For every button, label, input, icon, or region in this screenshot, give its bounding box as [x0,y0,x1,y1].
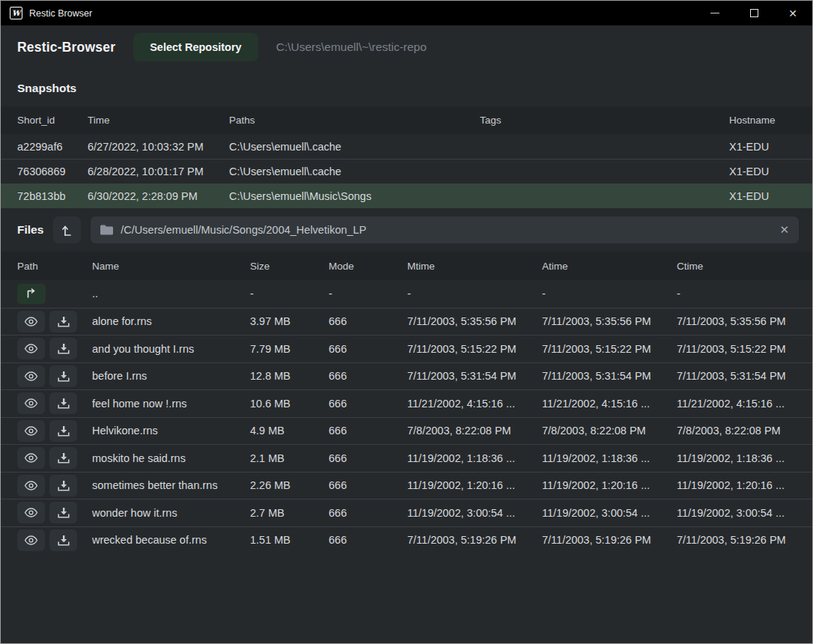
cell-mtime: 7/11/2003, 5:15:22 PM [407,335,542,362]
cell-mode: 666 [329,473,407,499]
preview-file-button[interactable] [17,420,45,442]
download-file-button[interactable] [49,365,77,387]
cell-size: 1.51 MB [250,527,329,554]
snapshots-table: a2299af66/27/2022, 10:03:32 PMC:\Users\e… [1,134,812,208]
cell-mode: 666 [329,309,407,335]
preview-file-button[interactable] [17,502,45,523]
cell-mode: 666 [329,527,407,554]
preview-file-button[interactable] [17,311,45,332]
cell-path [17,445,92,472]
cell-name: wonder how it.rns [92,499,250,526]
download-file-button[interactable] [49,392,77,414]
cell-mode: 666 [329,363,407,390]
file-row: before I.rns12.8 MB6667/11/2003, 5:31:54… [1,362,812,390]
preview-file-button[interactable] [17,529,45,551]
snapshots-title: Snapshots [1,69,812,106]
cell-name: moskito he said.rns [92,445,250,472]
cell-mode: 666 [329,418,407,445]
snapshot-row[interactable]: a2299af66/27/2022, 10:03:32 PMC:\Users\e… [1,134,812,159]
download-file-button[interactable] [49,311,77,332]
download-file-button[interactable] [49,420,77,442]
cell-time: 6/30/2022, 2:28:09 PM [88,184,229,208]
cell-path [17,309,92,335]
cell-ctime: 7/11/2003, 5:31:54 PM [677,363,812,390]
cell-mtime: 7/8/2003, 8:22:08 PM [407,418,542,445]
preview-file-button[interactable] [17,365,45,387]
snapshot-row[interactable]: 763068696/28/2022, 10:01:17 PMC:\Users\e… [1,159,812,183]
close-button[interactable]: ✕ [773,1,812,25]
cell-name: wrecked because of.rns [92,527,250,554]
level-up-button[interactable] [53,216,81,243]
file-row: wonder how it.rns2.7 MB66611/19/2002, 3:… [1,499,812,526]
titlebar-left: W Restic Browser [1,7,695,19]
cell-size: 2.26 MB [250,473,329,499]
preview-file-button[interactable] [17,392,45,414]
cell-mode: - [329,280,407,308]
cell-mtime: - [407,280,542,308]
cell-atime: - [542,280,677,308]
cell-atime: 11/19/2002, 1:18:36 ... [542,445,677,472]
snapshot-row[interactable]: 72b813bb6/30/2022, 2:28:09 PMC:\Users\em… [1,183,812,208]
cell-name: and you thought I.rns [92,335,250,362]
cell-mtime: 11/19/2002, 1:20:16 ... [407,473,542,499]
download-file-button[interactable] [49,447,77,469]
cell-atime: 11/19/2002, 1:20:16 ... [542,473,677,499]
clear-path-button[interactable]: ✕ [779,223,789,237]
eye-icon [24,481,38,490]
folder-icon [100,225,113,235]
cell-atime: 11/19/2002, 3:00:54 ... [542,499,677,526]
download-file-button[interactable] [49,502,77,523]
cell-short_id: a2299af6 [17,134,88,159]
cell-name: Helvikone.rns [92,418,250,445]
parent-directory-row: ..----- [1,280,812,308]
cell-ctime: 7/11/2003, 5:15:22 PM [677,335,812,362]
select-repository-button[interactable]: Select Repository [133,33,258,61]
cell-mtime: 7/11/2003, 5:35:56 PM [407,309,542,335]
cell-name: alone for.rns [92,309,250,335]
cell-short_id: 72b813bb [17,184,88,208]
snapshots-header-row: Short_idTimePathsTagsHostname [1,106,812,134]
preview-file-button[interactable] [17,475,45,496]
cell-name: before I.rns [92,363,250,390]
cell-atime: 7/11/2003, 5:15:22 PM [542,335,677,362]
download-icon [58,398,70,409]
eye-icon [24,508,38,517]
cell-tags [480,160,729,183]
download-icon [58,316,70,327]
cell-short_id: 76306869 [17,160,88,183]
minimize-icon [710,13,719,13]
cell-size: 7.79 MB [250,335,329,362]
eye-icon [24,398,38,408]
repository-path: C:\Users\emuell\~\restic-repo [276,40,427,54]
preview-file-button[interactable] [17,338,45,359]
eye-icon [24,344,38,353]
cell-path [17,473,92,499]
cell-path [17,527,92,554]
cell-size: 10.6 MB [250,390,329,417]
cell-size: 3.97 MB [250,309,329,335]
minimize-button[interactable] [695,1,734,25]
app-window: W Restic Browser ✕ Restic-Browser Select… [0,0,813,644]
download-icon [58,480,70,491]
cell-mtime: 7/11/2003, 5:19:26 PM [407,527,542,554]
preview-file-button[interactable] [17,447,45,469]
maximize-button[interactable] [734,1,773,25]
empty-area [1,553,812,643]
download-file-button[interactable] [49,475,77,496]
cell-time: 6/27/2022, 10:03:32 PM [88,134,229,159]
cell-mode: 666 [329,445,407,472]
cell-mtime: 7/11/2003, 5:31:54 PM [407,363,542,390]
cell-mode: 666 [329,390,407,417]
cell-path [17,499,92,526]
download-icon [58,425,70,437]
cell-size: - [250,280,329,308]
cell-name: sometimes better than.rns [92,473,250,499]
app-header: Restic-Browser Select Repository C:\User… [1,25,812,69]
download-file-button[interactable] [49,338,77,359]
go-to-parent-button[interactable] [17,284,46,304]
cell-tags [480,184,729,208]
download-file-button[interactable] [49,529,77,551]
eye-icon [24,453,38,463]
download-icon [58,452,70,464]
file-row: and you thought I.rns7.79 MB6667/11/2003… [1,335,812,362]
